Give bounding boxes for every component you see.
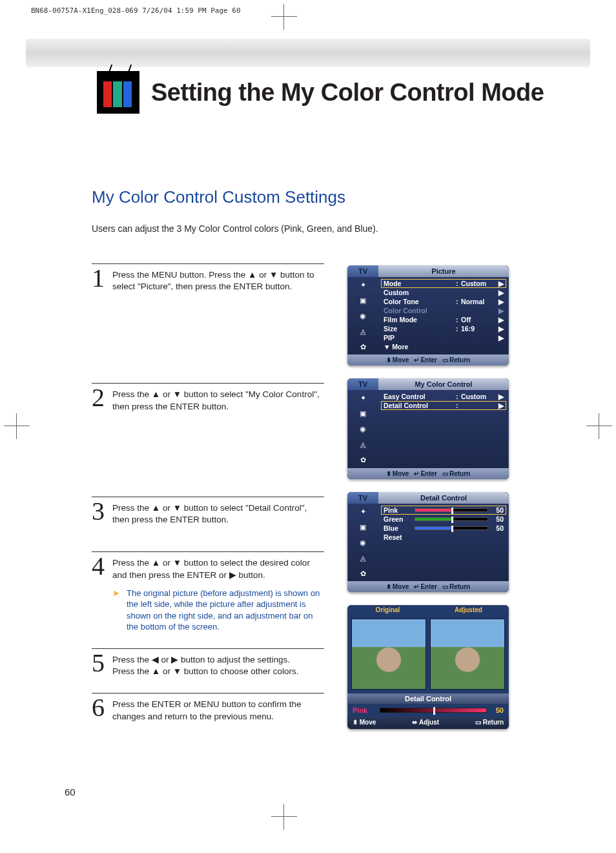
setup-icon: ✿ (347, 452, 378, 468)
return-hint: ▭ Return (442, 356, 470, 364)
original-image (351, 619, 426, 690)
crop-mark-icon (4, 413, 30, 439)
return-hint: ▭ Return (442, 470, 470, 477)
steps-list: 1 Press the MENU button. Press the ▲ or … (92, 263, 324, 738)
page-number: 60 (65, 786, 76, 797)
adjust-title: Detail Control (347, 694, 509, 704)
move-hint: ⬍ Move (386, 470, 409, 477)
step-4: 4 Press the ▲ or ▼ button to select the … (92, 551, 324, 633)
crop-mark-icon (271, 4, 297, 30)
move-hint: ⬍ Move (386, 356, 409, 364)
sound-icon: ◉ (347, 308, 378, 324)
step-note: The original picture (before adjustment)… (112, 588, 324, 633)
sound-icon: ◉ (347, 421, 378, 437)
crop-mark-icon (271, 804, 297, 830)
enter-hint: ↵ Enter (414, 583, 437, 590)
osd-footer: ⬍ Move ↵ Enter ▭ Return (347, 468, 509, 479)
osd-tv-label: TV (347, 492, 378, 504)
star-icon: ✦ (347, 504, 378, 519)
adjusted-label: Adjusted (428, 605, 509, 615)
enter-hint: ↵ Enter (414, 356, 437, 364)
osd-tv-label: TV (347, 378, 378, 390)
step-number: 4 (92, 551, 105, 581)
step-text: Press the ▲ or ▼ button to select "Detai… (112, 502, 324, 526)
channel-icon: ◬ (347, 437, 378, 452)
menu-row: Mode:Custom▶ (381, 279, 506, 288)
menu-row: ▼ More (381, 342, 506, 351)
step-text: Press the ▲ or ▼ button to select the de… (112, 557, 324, 581)
step-1: 1 Press the MENU button. Press the ▲ or … (92, 263, 324, 293)
osd-mycolor: TV My Color Control ✦ ▣ ◉ ◬ ✿ Easy Contr… (347, 378, 509, 479)
step-text: Press the MENU button. Press the ▲ or ▼ … (112, 269, 324, 293)
step-text: Press the ▲ or ▼ button to select "My Co… (112, 389, 324, 412)
slider-bar (380, 708, 487, 713)
enter-hint: ↵ Enter (414, 470, 437, 477)
osd-title: Detail Control (378, 492, 509, 504)
slider-row: Pink50 (381, 506, 506, 515)
crop-mark-icon (586, 413, 612, 439)
menu-row: Film Mode:Off▶ (381, 315, 506, 324)
step-3: 3 Press the ▲ or ▼ button to select "Det… (92, 497, 324, 526)
osd-title: Picture (378, 265, 509, 277)
osd-panels: TV Picture ✦ ▣ ◉ ◬ ✿ Mode:Custom▶Custom▶… (347, 265, 509, 729)
slider-row: Green50 (381, 515, 506, 524)
osd-footer: ⬍ Move ⬌ Adjust ▭ Return (347, 717, 509, 729)
menu-row: Custom▶ (381, 288, 506, 297)
osd-sidebar: ✦ ▣ ◉ ◬ ✿ (347, 390, 378, 468)
osd-sidebar: ✦ ▣ ◉ ◬ ✿ (347, 504, 378, 581)
channel-icon: ◬ (347, 550, 378, 566)
setup-icon: ✿ (347, 339, 378, 355)
adjust-slider: Pink 50 (347, 704, 509, 717)
osd-detail: TV Detail Control ✦ ▣ ◉ ◬ ✿ Pink50Green5… (347, 492, 509, 592)
step-number: 5 (92, 648, 105, 678)
star-icon: ✦ (347, 390, 378, 406)
return-hint: ▭ Return (475, 719, 504, 726)
channel-icon: ◬ (347, 324, 378, 339)
banner-bar (26, 39, 590, 67)
menu-row: Color Control▶ (381, 306, 506, 315)
step-2: 2 Press the ▲ or ▼ button to select "My … (92, 383, 324, 412)
step-5: 5 Press the ◀ or ▶ button to adjust the … (92, 648, 324, 677)
sound-icon: ◉ (347, 535, 378, 550)
move-hint: ⬍ Move (353, 719, 376, 726)
original-label: Original (347, 605, 428, 615)
reset-row: Reset (381, 533, 506, 542)
star-icon: ✦ (347, 277, 378, 293)
picture-icon: ▣ (347, 519, 378, 535)
menu-row: PIP▶ (381, 333, 506, 342)
setup-icon: ✿ (347, 566, 378, 581)
osd-tv-label: TV (347, 265, 378, 277)
adjusted-image (430, 619, 505, 690)
menu-row: Detail Control:▶ (381, 401, 506, 410)
slider-value: 50 (491, 706, 504, 714)
step-number: 6 (92, 692, 105, 723)
move-hint: ⬍ Move (386, 583, 409, 590)
osd-footer: ⬍ Move ↵ Enter ▭ Return (347, 581, 509, 592)
intro-text: Users can adjust the 3 My Color Control … (92, 223, 378, 234)
slider-name: Pink (353, 706, 376, 714)
step-6: 6 Press the ENTER or MENU button to conf… (92, 693, 324, 722)
page-title: Setting the My Color Control Mode (151, 79, 544, 107)
menu-row: Color Tone:Normal▶ (381, 297, 506, 306)
title-block: Setting the My Color Control Mode (97, 71, 544, 114)
step-number: 3 (92, 496, 105, 526)
tv-icon (97, 71, 139, 114)
picture-icon: ▣ (347, 293, 378, 308)
subtitle: My Color Control Custom Settings (92, 187, 345, 207)
osd-picture: TV Picture ✦ ▣ ◉ ◬ ✿ Mode:Custom▶Custom▶… (347, 265, 509, 365)
menu-row: Easy Control:Custom▶ (381, 392, 506, 401)
step-number: 2 (92, 382, 105, 413)
step-text: Press the ◀ or ▶ button to adjust the se… (112, 654, 324, 677)
step-text: Press the ENTER or MENU button to confir… (112, 699, 324, 722)
adjust-hint: ⬌ Adjust (412, 719, 439, 726)
osd-sidebar: ✦ ▣ ◉ ◬ ✿ (347, 277, 378, 355)
step-number: 1 (92, 263, 105, 293)
slider-row: Blue50 (381, 524, 506, 533)
picture-icon: ▣ (347, 406, 378, 421)
osd-title: My Color Control (378, 378, 509, 390)
return-hint: ▭ Return (442, 583, 470, 590)
osd-adjust-preview: Original Adjusted Detail Control Pink 50… (347, 605, 509, 729)
print-header: BN68-00757A-X1Eng_028-069 7/26/04 1:59 P… (31, 6, 241, 15)
osd-footer: ⬍ Move ↵ Enter ▭ Return (347, 355, 509, 365)
menu-row: Size:16:9▶ (381, 324, 506, 333)
